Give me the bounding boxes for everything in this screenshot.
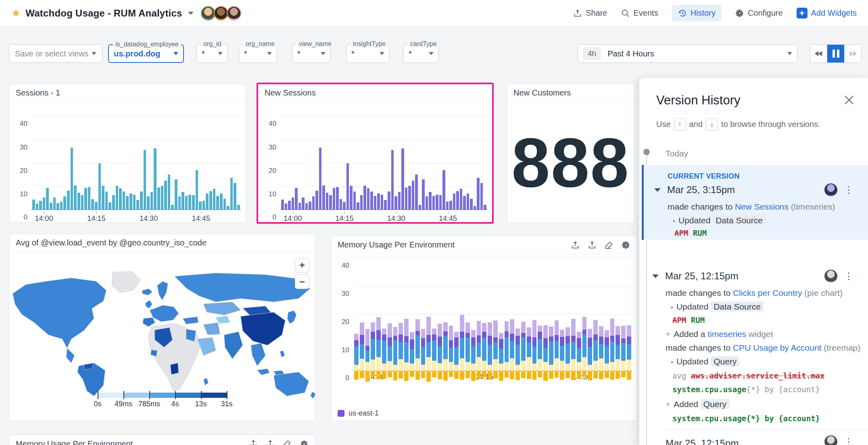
- current-version-badge: CURRENT VERSION: [668, 172, 740, 181]
- chevron-down-icon: [787, 52, 792, 55]
- share-button[interactable]: Share: [573, 8, 607, 18]
- configure-button[interactable]: Configure: [735, 8, 783, 18]
- version-entry[interactable]: Mar 25, 12:15pm ⋮ made changes to Clicks…: [642, 247, 868, 445]
- widget-link[interactable]: timeseries: [707, 329, 746, 339]
- plus-prefix: +: [666, 399, 670, 409]
- time-range-selector[interactable]: 4h Past 4 Hours: [578, 44, 797, 63]
- widget-toolbar: [571, 241, 630, 250]
- pause-icon: [833, 50, 839, 58]
- chevron-down-icon: [267, 52, 272, 55]
- export-icon[interactable]: [571, 241, 580, 250]
- arrow-down-key-icon: ↓: [706, 118, 718, 130]
- world-choropleth-map[interactable]: + − 0s49ms785ms4s13s31s: [9, 252, 315, 421]
- save-views-dropdown[interactable]: Save or select views: [9, 44, 102, 63]
- collaborator-avatars: [202, 6, 241, 21]
- version-meta: ⋮: [824, 435, 849, 445]
- filter-org-id[interactable]: org_id *: [196, 44, 228, 63]
- header-bar: ★ Watchdog Usage - RUM Analytics Share E…: [0, 0, 868, 27]
- edit-pencil-icon[interactable]: [605, 241, 613, 250]
- widget-title: Memory Usage Per Environment: [9, 435, 315, 445]
- kebab-menu-icon[interactable]: ⋮: [844, 439, 849, 445]
- widget-link[interactable]: New Sessions: [735, 202, 789, 211]
- dashboard-page: ★ Watchdog Usage - RUM Analytics Share E…: [0, 0, 868, 445]
- map-zoom-controls: + −: [295, 258, 309, 289]
- change-detail: •Updated Data Source: [671, 302, 764, 312]
- zoom-in-button[interactable]: +: [295, 258, 309, 272]
- share-icon: [573, 9, 582, 18]
- change-line: +Added a timeseries widget: [666, 329, 773, 339]
- filter-org-name[interactable]: org_name *: [239, 44, 277, 63]
- chevron-down-icon: [173, 52, 178, 55]
- current-version-entry[interactable]: CURRENT VERSION Mar 25, 3:15pm ⋮ made ch…: [642, 165, 868, 240]
- sessions-x-axis: 14:0014:1514:3014:45: [31, 210, 241, 224]
- widget-memory-usage-2[interactable]: Memory Usage Per Environment: [9, 435, 315, 445]
- fast-forward-button[interactable]: [844, 45, 861, 62]
- memory-stacked-chart: 01020304014:0014:1514:30: [353, 260, 632, 397]
- avatar[interactable]: [201, 6, 215, 21]
- collapse-triangle-icon[interactable]: [652, 274, 659, 278]
- history-button[interactable]: History: [672, 5, 722, 21]
- version-meta: ⋮: [824, 270, 849, 283]
- widget-toolbar: [249, 439, 309, 445]
- widget-new-sessions[interactable]: New Sessions 010203040 14:0014:1514:3014…: [257, 83, 494, 224]
- avatar[interactable]: [214, 6, 228, 21]
- widget-load-event-map[interactable]: Avg of @view.load_event by @geo.country_…: [9, 234, 315, 421]
- zoom-out-button[interactable]: −: [295, 274, 309, 289]
- change-line: made changes to CPU Usage by Account (tr…: [666, 343, 860, 353]
- widget-title: New Sessions: [258, 84, 492, 102]
- widget-link[interactable]: Clicks per Country: [733, 288, 802, 297]
- filter-view-name[interactable]: view_name *: [292, 44, 331, 63]
- share-icon[interactable]: [266, 439, 275, 445]
- version-header[interactable]: Mar 25, 3:15pm: [654, 184, 735, 195]
- filter-bar: Save or select views is_datadog_employee…: [0, 27, 868, 63]
- widget-title: New Customers: [507, 84, 634, 102]
- version-header[interactable]: Mar 25, 12:15pm: [652, 270, 738, 282]
- export-icon[interactable]: [249, 439, 258, 445]
- widget-new-customers[interactable]: New Customers 888: [507, 84, 634, 223]
- chevron-down-icon: [429, 52, 434, 55]
- edit-pencil-icon[interactable]: [283, 439, 292, 445]
- widget-title: Sessions - 1: [9, 84, 246, 102]
- timeline-group-label: Today: [666, 149, 688, 158]
- version-header[interactable]: Mar 25, 12:15pm: [666, 438, 739, 445]
- time-playback-controls: [810, 44, 862, 63]
- legend-gradient-bar: [98, 393, 227, 398]
- pause-button[interactable]: [827, 45, 844, 62]
- events-button[interactable]: Events: [621, 8, 658, 18]
- filter-is-datadog-employee[interactable]: is_datadog_employee us.prod.dog: [108, 44, 184, 63]
- close-button[interactable]: [843, 94, 855, 106]
- chevron-down-icon: [380, 52, 384, 55]
- add-widgets-button[interactable]: + Add Widgets: [797, 8, 857, 19]
- widget-link[interactable]: CPU Usage by Account: [733, 343, 821, 352]
- chevron-down-icon: [218, 52, 223, 55]
- kebab-menu-icon[interactable]: ⋮: [844, 273, 849, 279]
- filter-insight-type[interactable]: insightType *: [346, 44, 390, 63]
- kebab-menu-icon[interactable]: ⋮: [844, 187, 849, 193]
- favorite-star-icon[interactable]: ★: [11, 7, 21, 19]
- gear-icon[interactable]: [300, 439, 309, 445]
- title-chevron-down-icon[interactable]: [188, 12, 194, 15]
- chevron-down-icon: [321, 52, 326, 55]
- rewind-button[interactable]: [810, 45, 827, 62]
- filter-card-type[interactable]: cardType *: [403, 44, 439, 63]
- sessions-bar-chart: 010203040: [31, 109, 241, 210]
- version-entry[interactable]: Mar 25, 12:15pm ⋮: [642, 430, 868, 445]
- search-icon: [621, 9, 630, 18]
- widget-sessions-1[interactable]: Sessions - 1 010203040 14:0014:1514:3014…: [9, 84, 246, 223]
- widget-memory-usage[interactable]: Memory Usage Per Environment 01020304014…: [331, 236, 637, 421]
- avatar[interactable]: [824, 183, 837, 196]
- close-icon: [843, 94, 855, 106]
- version-history-panel: Version History Use ↑ and ↓ to browse th…: [639, 78, 868, 445]
- avatar[interactable]: [824, 270, 837, 283]
- collapse-triangle-icon[interactable]: [654, 188, 661, 192]
- dashboard-title: Watchdog Usage - RUM Analytics: [25, 8, 182, 19]
- memory-legend[interactable]: us-east-1: [338, 409, 379, 418]
- widget-title: Memory Usage Per Environment: [331, 236, 637, 254]
- share-icon[interactable]: [588, 241, 597, 250]
- version-meta: ⋮: [824, 183, 849, 196]
- avatar[interactable]: [824, 435, 837, 445]
- avatar[interactable]: [227, 6, 241, 21]
- change-detail: •Updated Query: [671, 357, 739, 366]
- gear-icon[interactable]: [622, 241, 630, 250]
- plus-icon: +: [797, 8, 807, 19]
